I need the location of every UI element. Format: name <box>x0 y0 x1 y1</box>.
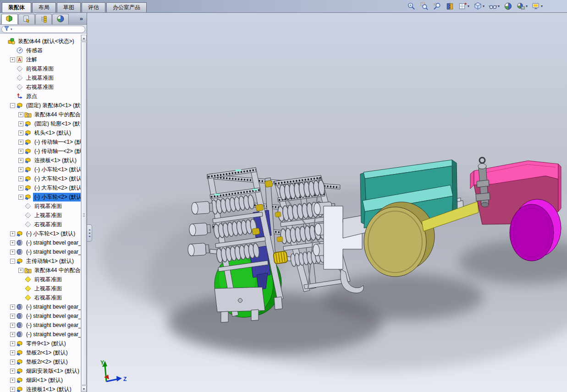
expand-toggle[interactable]: + <box>10 250 15 255</box>
expand-toggle[interactable]: + <box>18 176 23 181</box>
tree-item[interactable]: + (-) 小车轮<1> (默认) <box>0 165 81 174</box>
tree-item[interactable]: 前视基准面 <box>0 201 81 211</box>
panel-tab[interactable] <box>52 14 69 24</box>
tree-item[interactable]: + 零件9<1> (默认) <box>0 339 81 348</box>
expand-toggle[interactable]: + <box>10 323 15 328</box>
ribbon-tab[interactable]: 评估 <box>82 2 105 12</box>
view-toolbar-button[interactable]: ▾ <box>432 1 442 11</box>
expand-toggle[interactable]: + <box>10 387 15 392</box>
tree-item[interactable]: + (-) straight bevel gear_ <box>0 302 81 311</box>
expand-toggle[interactable]: + <box>18 112 23 117</box>
tree-item[interactable]: + 机头<1> (默认) <box>0 128 81 137</box>
view-toolbar-button[interactable]: ▾ <box>445 1 455 11</box>
expand-toggle[interactable]: + <box>10 359 15 365</box>
tree-item[interactable]: 传感器 <box>0 46 81 55</box>
tree-item[interactable]: + 烟囱<1> (默认) <box>0 376 81 385</box>
view-toolbar-button[interactable]: ▾ <box>407 1 416 11</box>
tree-item[interactable]: 上视基准面 <box>0 284 81 293</box>
tree-item[interactable]: 装配体44 (默认<状态>) <box>0 37 81 46</box>
panel-tab[interactable] <box>18 14 35 24</box>
expand-toggle[interactable]: + <box>10 378 15 383</box>
component-icon <box>24 166 32 173</box>
expand-toggle[interactable]: + <box>10 332 15 337</box>
tree-item[interactable]: + (-) 小车轮<2> (默认 <box>0 192 81 201</box>
ribbon-tab[interactable]: 装配体 <box>2 2 31 12</box>
tree-item[interactable]: - 主传动轴<1> (默认) <box>0 256 81 266</box>
expand-toggle[interactable]: + <box>10 57 15 62</box>
tree-item[interactable]: + 装配体44 中的配合 <box>0 110 81 119</box>
tree-filter-input[interactable]: ▾ <box>1 26 85 33</box>
display-style-icon <box>473 2 482 11</box>
tree-item[interactable]: + (-) 传动轴一<2> (默认 <box>0 147 81 156</box>
tree-item[interactable]: + (-) 小车轮<1> (默认) <box>0 229 81 238</box>
tree-item[interactable]: 右视基准面 <box>0 293 81 302</box>
tree-item[interactable]: 右视基准面 <box>0 82 81 92</box>
panel-tab[interactable] <box>35 14 52 24</box>
tree-item[interactable]: + A 注解 <box>0 55 81 64</box>
view-toolbar-button[interactable]: ▾ <box>516 1 528 11</box>
view-toolbar-button[interactable]: ▾ <box>488 1 500 11</box>
gear-icon <box>16 312 23 320</box>
view-toolbar-button[interactable]: ▾ <box>419 1 429 11</box>
tree-item[interactable]: + 连接板<1> (默认) <box>0 156 81 165</box>
tree-item[interactable]: 上视基准面 <box>0 211 81 220</box>
expand-toggle[interactable]: + <box>18 185 23 191</box>
view-toolbar-button[interactable]: ▾ <box>458 1 470 11</box>
expand-toggle[interactable]: + <box>10 341 15 346</box>
expand-toggle[interactable]: + <box>10 305 15 310</box>
tree-item[interactable]: + 装配体44 中的配合 <box>0 266 81 275</box>
expand-toggle[interactable]: + <box>18 158 23 163</box>
expand-toggle[interactable]: + <box>10 314 15 319</box>
tree-item[interactable]: 前视基准面 <box>0 64 81 73</box>
plane-y-icon <box>24 294 32 301</box>
expand-toggle[interactable]: + <box>18 131 23 136</box>
view-toolbar-button[interactable]: ▾ <box>531 1 543 11</box>
expand-toggle[interactable]: + <box>18 268 23 273</box>
tree-item[interactable]: 上视基准面 <box>0 73 81 82</box>
tree-item[interactable]: + 垫板2r<1> (默认) <box>0 348 81 357</box>
view-toolbar-button[interactable]: ▾ <box>473 1 485 11</box>
panel-splitter-handle[interactable]: ◄◄◄ <box>87 224 92 242</box>
tree-scrollbar[interactable]: ▲ ▼ <box>81 35 87 392</box>
scroll-up-button[interactable]: ▲ <box>81 35 87 41</box>
expand-toggle[interactable]: - <box>10 103 15 108</box>
expand-toggle[interactable]: - <box>10 259 15 264</box>
tree-item[interactable]: 前视基准面 <box>0 275 81 284</box>
tree-item[interactable]: + 烟囱安装版<1> (默认) <box>0 366 81 376</box>
tree-item[interactable]: + (-) 大车轮<1> (默认) <box>0 174 81 183</box>
tree-item[interactable]: + 垫板2r<2> (默认) <box>0 357 81 366</box>
tree-item[interactable]: + (-) 大车轮<2> (默认) <box>0 183 81 192</box>
expand-toggle[interactable]: + <box>10 350 15 355</box>
plane-icon <box>24 202 32 210</box>
panel-tab[interactable] <box>1 14 18 24</box>
tree-item[interactable]: + (-) straight bevel gear_ <box>0 330 81 339</box>
tree-item[interactable]: - (固定) 装配体0<1> (默认 <box>0 101 81 110</box>
ribbon-tab[interactable]: 布局 <box>32 2 56 12</box>
tree-item[interactable]: + (-) straight bevel gear_ <box>0 238 81 247</box>
tree-item[interactable]: + (固定) 轮廓<1> (默认 <box>0 119 81 128</box>
panel-more-chevron[interactable]: » <box>80 15 83 22</box>
expand-toggle[interactable]: + <box>18 121 23 126</box>
expand-toggle[interactable]: + <box>18 140 23 145</box>
tree-item[interactable]: 原点 <box>0 92 81 101</box>
muffler-model[interactable] <box>476 158 490 207</box>
expand-toggle[interactable]: + <box>10 369 15 374</box>
ribbon-tab[interactable]: 草图 <box>57 2 81 12</box>
tree-item[interactable]: + (-) straight bevel gear_ <box>0 311 81 321</box>
expand-toggle[interactable]: + <box>10 231 15 236</box>
tree-item[interactable]: + (-) 传动轴一<1> (默认 <box>0 137 81 147</box>
expand-toggle[interactable]: + <box>10 240 15 245</box>
graphics-viewport[interactable]: Y Z <box>87 13 567 392</box>
scroll-thumb[interactable] <box>81 42 87 385</box>
component-icon <box>16 376 23 384</box>
expand-toggle[interactable]: + <box>18 149 23 154</box>
tree-item[interactable]: + (-) straight bevel gear_ <box>0 247 81 256</box>
ribbon-tab[interactable]: 办公室产品 <box>106 2 147 12</box>
tree-item[interactable]: + 连接板1<1> (默认) <box>0 385 81 392</box>
expand-toggle[interactable]: + <box>18 195 23 200</box>
view-toolbar-button[interactable]: ▾ <box>503 1 513 11</box>
tree-item[interactable]: + (-) straight bevel gear_ <box>0 321 81 330</box>
expand-toggle[interactable]: + <box>18 167 23 172</box>
tree-item[interactable]: 右视基准面 <box>0 220 81 229</box>
scroll-down-button[interactable]: ▼ <box>81 386 87 392</box>
